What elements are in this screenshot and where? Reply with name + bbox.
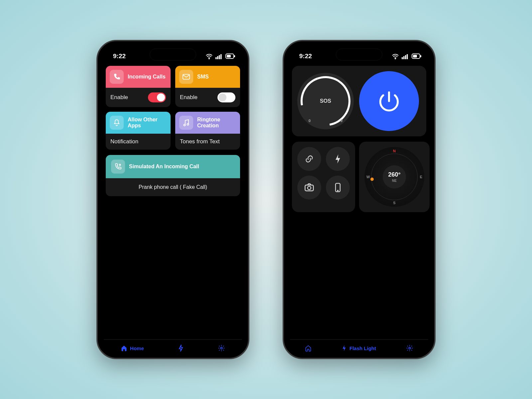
sos-power-panel: SOS 0 9 [292,66,426,136]
ringtone-label: Tones from Text [180,138,220,145]
music-icon [179,116,193,130]
nav-settings[interactable] [218,344,225,352]
dynamic-island [336,49,382,61]
nav-flash[interactable]: Flash Light [341,345,376,351]
cellular-icon [215,53,223,59]
bell-icon [110,116,124,130]
simulated-call-sub: Prank phone call ( Fake Call) [106,178,240,196]
incoming-calls-label: Enable [110,94,128,101]
wifi-icon [392,53,399,59]
mute-switch[interactable] [96,98,98,111]
status-time: 9:22 [299,53,312,60]
camera-tool-button[interactable] [297,176,321,200]
wifi-icon [205,53,213,59]
sms-title: SMS [197,74,209,80]
svg-point-24 [409,347,411,349]
sos-dial[interactable]: SOS 0 9 [297,73,354,129]
nav-flash-label: Flash Light [349,345,376,351]
nav-settings[interactable] [406,344,413,352]
home-icon [121,345,127,351]
battery-icon [412,54,422,59]
nav-home[interactable] [305,345,312,351]
camera-icon [304,183,314,192]
flashlight-content: SOS 0 9 [289,62,429,212]
link-icon [305,154,314,164]
svg-point-11 [220,347,222,349]
svg-rect-14 [403,56,405,59]
incoming-calls-title: Incoming Calls [128,74,166,80]
volume-down-button[interactable] [96,148,98,171]
mute-switch[interactable] [283,98,284,111]
incoming-calls-card[interactable]: Incoming Calls Enable [106,66,171,107]
volume-down-button[interactable] [283,148,284,171]
svg-rect-6 [234,55,235,57]
simulated-call-title: Simulated An Incoming Call [129,164,199,170]
svg-rect-3 [219,55,220,59]
nav-flash[interactable] [178,344,184,352]
allow-apps-card[interactable]: Allow Other Apps Notification [106,112,171,150]
smartphone-icon [334,183,341,193]
svg-rect-1 [215,57,217,59]
svg-rect-4 [220,54,222,59]
cellular-icon [402,53,409,59]
compass-w: W [366,175,370,179]
compass-n: N [393,149,396,153]
sos-min: 0 [309,119,311,123]
bolt-icon [178,344,184,352]
nav-home[interactable]: Home [121,345,144,351]
power-side-button[interactable] [434,124,436,161]
svg-point-10 [187,124,189,125]
phone-flashlight-screen: 9:22 SOS 0 9 [283,40,436,359]
svg-rect-13 [402,57,403,59]
phone-icon [110,70,124,84]
svg-point-21 [308,186,311,190]
sos-max: 9 [340,119,342,123]
ringtone-card[interactable]: Ringtone Creation Tones from Text [175,112,240,150]
compass-e: E [420,175,422,179]
sms-card[interactable]: SMS Enable [175,66,240,107]
power-button[interactable] [359,71,419,131]
volume-up-button[interactable] [283,118,284,141]
sms-toggle[interactable] [217,92,235,102]
nav-home-label: Home [130,345,144,351]
bottom-nav: Flash Light [290,339,428,352]
home-content: Incoming Calls Enable SMS Enable [103,62,243,196]
bolt-icon [334,154,341,164]
allow-apps-title: Allow Other Apps [128,117,167,129]
ringtone-title: Ringtone Creation [197,117,236,129]
quick-tools-panel [292,142,355,212]
simulated-call-card[interactable]: Simulated An Incoming Call Prank phone c… [106,155,240,196]
link-tool-button[interactable] [297,147,321,171]
dynamic-island [150,49,196,61]
compass-panel[interactable]: N S E W 260° NE [359,142,430,212]
svg-rect-2 [217,56,218,59]
phone-home-screen: 9:22 Incoming Calls [96,40,249,359]
incoming-calls-toggle[interactable] [148,92,166,102]
bolt-icon [341,345,347,351]
flash-tool-button[interactable] [326,147,350,171]
svg-rect-16 [407,54,408,59]
gear-icon [218,344,225,352]
svg-point-9 [184,124,186,126]
svg-point-23 [337,190,338,191]
gear-icon [406,344,413,352]
incoming-call-icon [111,160,125,174]
allow-apps-label: Notification [110,138,138,145]
mail-icon [179,70,193,84]
svg-rect-18 [420,55,421,57]
battery-icon [225,54,235,59]
compass-widget[interactable]: N S E W 260° NE [364,147,424,207]
svg-rect-15 [405,55,406,59]
home-icon [305,345,312,351]
svg-point-0 [209,59,209,59]
svg-point-12 [395,59,396,59]
power-icon [377,89,401,113]
phone-tool-button[interactable] [326,176,350,200]
compass-indicator-dot [370,178,374,181]
status-time: 9:22 [113,53,126,60]
volume-up-button[interactable] [96,118,98,141]
power-side-button[interactable] [248,124,249,161]
svg-rect-7 [227,55,231,58]
sms-label: Enable [180,94,198,101]
svg-rect-19 [413,55,417,58]
